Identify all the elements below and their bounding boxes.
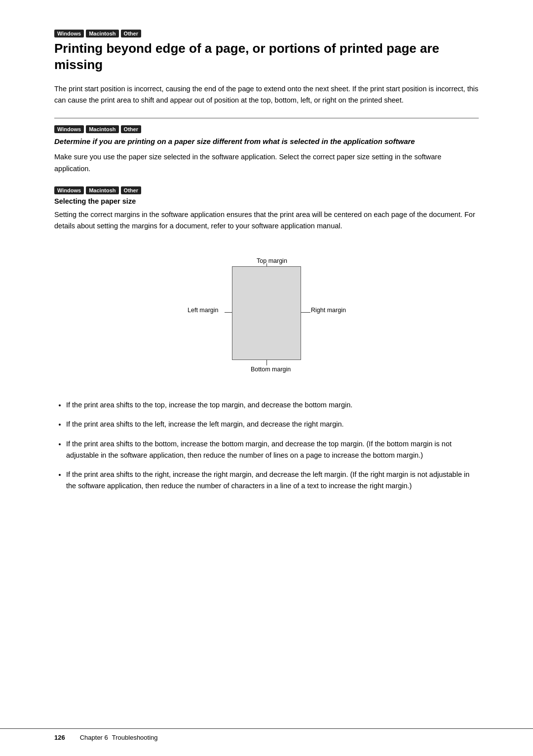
badge-windows-s2: Windows	[54, 186, 84, 194]
section1-badges: Windows Macintosh Other	[54, 125, 479, 133]
badge-macintosh-s2: Macintosh	[86, 186, 118, 194]
page: Windows Macintosh Other Printing beyond …	[0, 0, 533, 756]
bullet-item-2: If the print area shifts to the left, in…	[66, 419, 479, 430]
badge-other-s1: Other	[121, 125, 141, 133]
section2-badges: Windows Macintosh Other	[54, 186, 479, 194]
section1-title: Determine if you are printing on a paper…	[54, 136, 479, 146]
left-margin-label: Left margin	[188, 307, 219, 314]
section1-divider	[54, 118, 479, 118]
footer-chapter-title: Troubleshooting	[112, 734, 158, 741]
page-footer: 126 Chapter 6 Troubleshooting	[0, 728, 533, 741]
footer-chapter-label: Chapter 6	[80, 734, 108, 741]
bottom-margin-label: Bottom margin	[251, 366, 291, 373]
bullet-item-3: If the print area shifts to the bottom, …	[66, 438, 479, 461]
margin-diagram: Top margin Left margin Right margin Bott…	[54, 247, 479, 385]
badge-macintosh-top: Macintosh	[86, 30, 118, 37]
badge-other-s2: Other	[121, 186, 141, 194]
bullet-item-1: If the print area shifts to the top, inc…	[66, 399, 479, 411]
badge-windows-s1: Windows	[54, 125, 84, 133]
bottom-arrow-line	[266, 360, 267, 365]
diagram-container: Top margin Left margin Right margin Bott…	[183, 247, 350, 385]
badge-windows-top: Windows	[54, 30, 84, 37]
badge-other-top: Other	[121, 30, 141, 37]
section2-subsection-title: Selecting the paper size	[54, 197, 479, 205]
right-margin-label: Right margin	[311, 307, 346, 314]
intro-paragraph: The print start position is incorrect, c…	[54, 83, 479, 106]
bullet-item-4: If the print area shifts to the right, i…	[66, 469, 479, 492]
top-platform-badges: Windows Macintosh Other	[54, 30, 479, 37]
left-arrow-line	[225, 312, 232, 313]
bullet-list: If the print area shifts to the top, inc…	[66, 399, 479, 492]
right-arrow-line	[301, 312, 310, 313]
main-title: Printing beyond edge of a page, or porti…	[54, 40, 479, 72]
diagram-page-box	[232, 266, 301, 360]
section1-body: Make sure you use the paper size selecte…	[54, 151, 479, 174]
top-margin-label: Top margin	[257, 257, 287, 264]
section2-body: Setting the correct margins in the softw…	[54, 209, 479, 232]
footer-page-number: 126	[54, 734, 65, 741]
badge-macintosh-s1: Macintosh	[86, 125, 118, 133]
